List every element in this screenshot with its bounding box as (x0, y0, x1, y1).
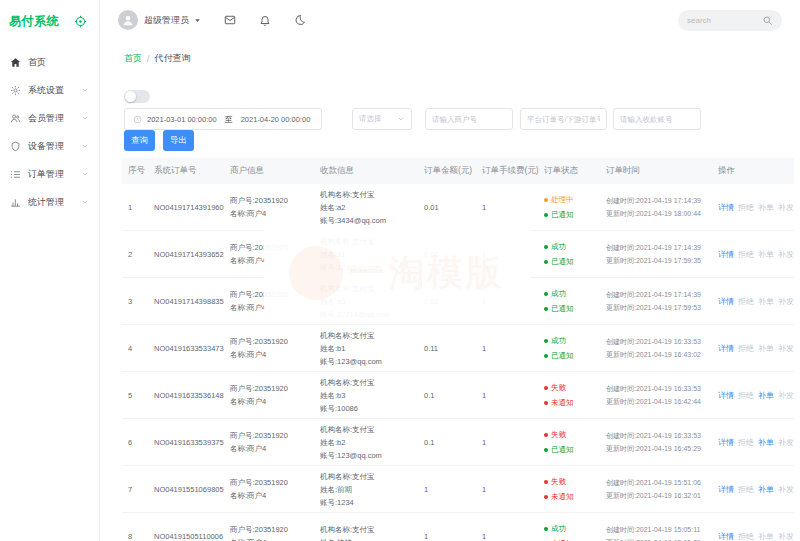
status-label: 已通知 (551, 301, 574, 316)
action-link[interactable]: 拒绝 (738, 203, 754, 212)
status-label: 未通知 (551, 489, 574, 504)
chevron-down-icon (81, 86, 89, 94)
row-time: 创建时间:2021-04-19 16:33:53更新时间:2021-04-19 … (600, 335, 712, 361)
action-link[interactable]: 补发 (778, 297, 794, 306)
status-label: 成功 (551, 286, 566, 301)
action-link[interactable]: 拒绝 (738, 438, 754, 447)
app-title: 易付系统 (9, 13, 59, 30)
sidebar-item-devices[interactable]: 设备管理 (0, 132, 99, 160)
filter-toggle-switch[interactable] (124, 90, 150, 103)
order-number-input[interactable] (520, 108, 607, 130)
table-row: 4NO04191633533473商户号:20351920名称:商户4机构名称:… (122, 325, 794, 372)
action-link[interactable]: 详情 (718, 344, 734, 353)
chevron-down-icon (81, 170, 89, 178)
action-link[interactable]: 补单 (758, 344, 774, 353)
row-merchant-info: 商户号:20351920名称:商户4 (224, 288, 314, 314)
date-end-value: 2021-04-20 00:00:00 (241, 115, 311, 124)
action-link[interactable]: 补发 (778, 203, 794, 212)
gear-icon (10, 85, 21, 96)
action-link[interactable]: 详情 (718, 250, 734, 259)
payment-admin-page: 易付系统 首页 系统设置 会员管理 (0, 0, 800, 541)
action-link[interactable]: 拒绝 (738, 532, 754, 541)
row-actions: 详情拒绝补单补发 (712, 202, 794, 213)
row-time: 创建时间:2021-04-19 15:05:11更新时间:2021-04-19 … (600, 523, 712, 541)
action-link[interactable]: 补发 (778, 391, 794, 400)
export-button[interactable]: 导出 (163, 130, 194, 151)
table-header: 序号系统订单号商户信息收款信息订单金额(元)订单手续费(元)订单状态订单时间操作 (122, 158, 794, 184)
search-icon[interactable] (762, 15, 773, 26)
action-link[interactable]: 补发 (778, 438, 794, 447)
user-dropdown[interactable]: 超级管理员 (118, 10, 201, 30)
avatar (118, 10, 138, 30)
row-amount: 0.01 (418, 248, 476, 261)
bell-icon[interactable] (259, 14, 271, 26)
status-select[interactable]: 请选择 (352, 108, 412, 130)
sidebar-item-members[interactable]: 会员管理 (0, 104, 99, 132)
status-label: 未通知 (551, 395, 574, 410)
search-input[interactable] (687, 16, 759, 25)
row-order-no: NO04191714391960 (148, 201, 224, 214)
logo-row: 易付系统 (0, 0, 99, 30)
action-link[interactable]: 详情 (718, 203, 734, 212)
action-link[interactable]: 拒绝 (738, 250, 754, 259)
action-link[interactable]: 详情 (718, 438, 734, 447)
status-label: 已通知 (551, 207, 574, 222)
row-fee: 1 (476, 389, 538, 402)
action-link[interactable]: 详情 (718, 532, 734, 541)
action-link[interactable]: 补单 (758, 297, 774, 306)
target-icon[interactable] (74, 15, 87, 28)
status-label: 未通知 (551, 536, 574, 541)
row-order-no: NO04191551069805 (148, 483, 224, 496)
row-status: 失败未通知 (538, 474, 600, 504)
status-label: 处理中 (551, 192, 574, 207)
action-link[interactable]: 补单 (758, 203, 774, 212)
row-index: 5 (122, 389, 148, 402)
row-order-no: NO04191505110006 (148, 530, 224, 541)
action-link[interactable]: 补单 (758, 532, 774, 541)
action-link[interactable]: 补单 (758, 438, 774, 447)
action-link[interactable]: 补发 (778, 250, 794, 259)
action-link[interactable]: 补发 (778, 532, 794, 541)
action-link[interactable]: 拒绝 (738, 344, 754, 353)
action-link[interactable]: 补发 (778, 344, 794, 353)
breadcrumb-home-link[interactable]: 首页 (124, 52, 142, 65)
moon-icon[interactable] (294, 14, 306, 26)
topbar: 超级管理员 (100, 0, 800, 40)
column-header: 订单时间 (600, 165, 712, 177)
action-link[interactable]: 拒绝 (738, 485, 754, 494)
row-status: 成功已通知 (538, 333, 600, 363)
sidebar-item-home[interactable]: 首页 (0, 48, 99, 76)
filter-buttons: 查询 导出 (124, 130, 194, 151)
mail-icon[interactable] (224, 14, 236, 26)
row-amount: 1 (418, 483, 476, 496)
row-time: 创建时间:2021-04-19 17:14:39更新时间:2021-04-19 … (600, 194, 712, 220)
merchant-number-input[interactable] (425, 108, 513, 130)
query-button[interactable]: 查询 (124, 130, 155, 151)
action-link[interactable]: 补单 (758, 250, 774, 259)
payee-account-input[interactable] (613, 108, 701, 130)
action-link[interactable]: 补单 (758, 485, 774, 494)
action-link[interactable]: 详情 (718, 391, 734, 400)
row-fee: 1 (476, 436, 538, 449)
table-body: 1NO04191714391960商户号:20351920名称:商户4机构名称:… (122, 184, 794, 541)
row-actions: 详情拒绝补单补发 (712, 343, 794, 354)
action-link[interactable]: 拒绝 (738, 297, 754, 306)
sidebar-item-system-settings[interactable]: 系统设置 (0, 76, 99, 104)
sidebar-item-statistics[interactable]: 统计管理 (0, 188, 99, 216)
row-payee-info: 机构名称:支付宝姓名:a1账号:123@qq.com (314, 235, 418, 274)
sidebar-item-label: 设备管理 (28, 140, 64, 153)
row-index: 6 (122, 436, 148, 449)
action-link[interactable]: 详情 (718, 485, 734, 494)
row-index: 4 (122, 342, 148, 355)
action-link[interactable]: 补单 (758, 391, 774, 400)
action-link[interactable]: 补发 (778, 485, 794, 494)
row-order-no: NO04191633539375 (148, 436, 224, 449)
sidebar-item-orders[interactable]: 订单管理 (0, 160, 99, 188)
action-link[interactable]: 拒绝 (738, 391, 754, 400)
caret-down-icon (194, 17, 201, 24)
sidebar-menu: 首页 系统设置 会员管理 设备管理 (0, 48, 99, 216)
date-range-picker[interactable]: 2021-03-01 00:00:00 至 2021-04-20 00:00:0… (124, 108, 322, 130)
table-row: 3NO04191714398835商户号:20351920名称:商户4机构名称:… (122, 278, 794, 325)
action-link[interactable]: 详情 (718, 297, 734, 306)
row-actions: 详情拒绝补单补发 (712, 249, 794, 260)
